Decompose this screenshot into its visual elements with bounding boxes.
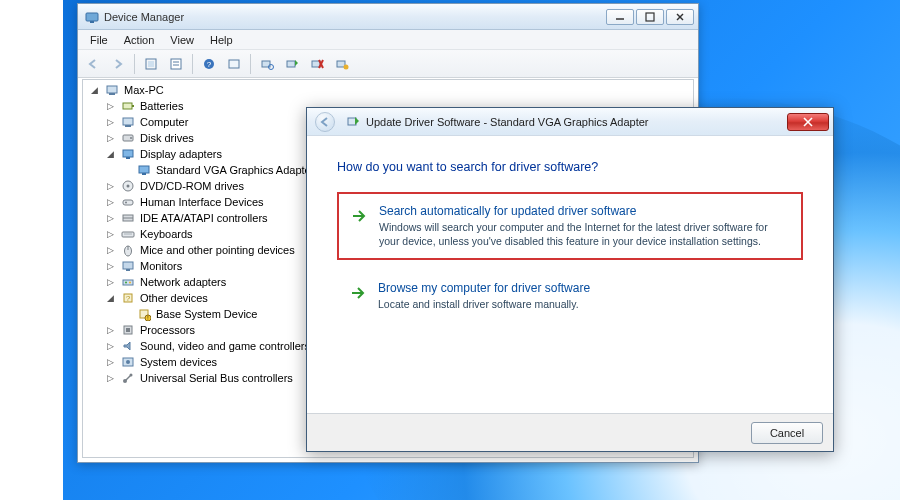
- mouse-icon: [120, 242, 136, 258]
- monitor-icon: [120, 258, 136, 274]
- option2-desc: Locate and install driver software manua…: [378, 297, 590, 311]
- option-search-automatically[interactable]: Search automatically for updated driver …: [337, 192, 803, 260]
- expand-icon[interactable]: ▷: [105, 213, 116, 224]
- svg-text:?: ?: [207, 60, 212, 69]
- upd-footer: Cancel: [307, 413, 833, 451]
- svg-point-57: [126, 360, 130, 364]
- svg-rect-8: [171, 59, 181, 69]
- upd-title-icon: [345, 114, 361, 130]
- expand-icon[interactable]: ▷: [105, 197, 116, 208]
- expand-icon[interactable]: ▷: [105, 341, 116, 352]
- menu-action[interactable]: Action: [116, 32, 163, 48]
- svg-rect-33: [142, 173, 146, 175]
- dm-titlebar[interactable]: Device Manager: [78, 4, 698, 30]
- svg-rect-3: [646, 13, 654, 21]
- upd-heading: How do you want to search for driver sof…: [337, 160, 803, 174]
- svg-rect-13: [229, 60, 239, 68]
- svg-rect-32: [139, 166, 149, 173]
- category-label: Keyboards: [140, 228, 193, 240]
- upd-titlebar[interactable]: Update Driver Software - Standard VGA Gr…: [307, 108, 833, 136]
- expand-icon[interactable]: ▷: [105, 229, 116, 240]
- svg-rect-24: [123, 103, 132, 109]
- toolbar-help-icon[interactable]: ?: [198, 53, 220, 75]
- svg-rect-45: [126, 269, 130, 271]
- expand-icon[interactable]: ▷: [105, 357, 116, 368]
- svg-rect-7: [148, 61, 154, 67]
- no-expander: [121, 309, 132, 320]
- dm-title-icon: [84, 9, 100, 25]
- svg-rect-26: [123, 118, 133, 125]
- left-white-edge: [0, 0, 63, 500]
- cpu-icon: [120, 322, 136, 338]
- minimize-button[interactable]: [606, 9, 634, 25]
- dialog-close-button[interactable]: [787, 113, 829, 131]
- svg-rect-0: [86, 13, 98, 21]
- option2-text: Browse my computer for driver software L…: [378, 281, 590, 311]
- expand-icon[interactable]: ▷: [105, 245, 116, 256]
- category-label: IDE ATA/ATAPI controllers: [140, 212, 268, 224]
- option1-text: Search automatically for updated driver …: [379, 204, 779, 248]
- dm-window-controls: [606, 9, 694, 25]
- toolbar-sep: [134, 54, 135, 74]
- toolbar-properties-icon[interactable]: [165, 53, 187, 75]
- collapse-icon[interactable]: ◢: [89, 85, 100, 96]
- expand-icon[interactable]: ▷: [105, 133, 116, 144]
- svg-rect-23: [109, 93, 115, 95]
- expand-icon[interactable]: ▷: [105, 373, 116, 384]
- option-browse-computer[interactable]: Browse my computer for driver software L…: [337, 270, 803, 322]
- svg-point-21: [344, 64, 349, 69]
- toolbar-scan-icon[interactable]: [256, 53, 278, 75]
- category-label: Disk drives: [140, 132, 194, 144]
- other-warn-icon: !: [136, 306, 152, 322]
- menu-help[interactable]: Help: [202, 32, 241, 48]
- hid-icon: [120, 194, 136, 210]
- disk-icon: [120, 130, 136, 146]
- collapse-icon[interactable]: ◢: [105, 293, 116, 304]
- collapse-icon[interactable]: ◢: [105, 149, 116, 160]
- expand-icon[interactable]: ▷: [105, 117, 116, 128]
- category-label: Batteries: [140, 100, 183, 112]
- system-icon: [120, 354, 136, 370]
- svg-rect-17: [312, 61, 320, 67]
- expand-icon[interactable]: ▷: [105, 181, 116, 192]
- display-icon: [120, 146, 136, 162]
- category-label: System devices: [140, 356, 217, 368]
- close-button[interactable]: [666, 9, 694, 25]
- toolbar-forward[interactable]: [107, 53, 129, 75]
- svg-rect-16: [287, 61, 295, 67]
- ide-icon: [120, 210, 136, 226]
- expand-icon[interactable]: ▷: [105, 325, 116, 336]
- tree-root-node[interactable]: ◢Max-PC: [87, 82, 693, 98]
- svg-rect-30: [123, 150, 133, 157]
- toolbar-uninstall-icon[interactable]: [306, 53, 328, 75]
- toolbar-sep: [250, 54, 251, 74]
- category-label: Universal Serial Bus controllers: [140, 372, 293, 384]
- keyboard-icon: [120, 226, 136, 242]
- option2-title: Browse my computer for driver software: [378, 281, 590, 295]
- expand-icon[interactable]: ▷: [105, 277, 116, 288]
- back-button[interactable]: [315, 112, 335, 132]
- menu-file[interactable]: File: [82, 32, 116, 48]
- svg-rect-31: [126, 157, 130, 159]
- svg-rect-25: [132, 105, 134, 107]
- toolbar-disable-icon[interactable]: [331, 53, 353, 75]
- toolbar-show-hidden-icon[interactable]: [140, 53, 162, 75]
- cancel-button[interactable]: Cancel: [751, 422, 823, 444]
- expand-icon[interactable]: ▷: [105, 101, 116, 112]
- toolbar-back[interactable]: [82, 53, 104, 75]
- expand-icon[interactable]: ▷: [105, 261, 116, 272]
- computer-icon: [120, 114, 136, 130]
- toolbar-update-icon[interactable]: [281, 53, 303, 75]
- svg-rect-55: [126, 328, 130, 332]
- category-label: Monitors: [140, 260, 182, 272]
- option1-title: Search automatically for updated driver …: [379, 204, 779, 218]
- maximize-button[interactable]: [636, 9, 664, 25]
- toolbar-sep: [192, 54, 193, 74]
- menu-view[interactable]: View: [162, 32, 202, 48]
- toolbar-action-icon[interactable]: [223, 53, 245, 75]
- category-label: Mice and other pointing devices: [140, 244, 295, 256]
- svg-rect-22: [107, 86, 117, 93]
- category-label: Human Interface Devices: [140, 196, 264, 208]
- network-icon: [120, 274, 136, 290]
- svg-point-29: [130, 137, 132, 139]
